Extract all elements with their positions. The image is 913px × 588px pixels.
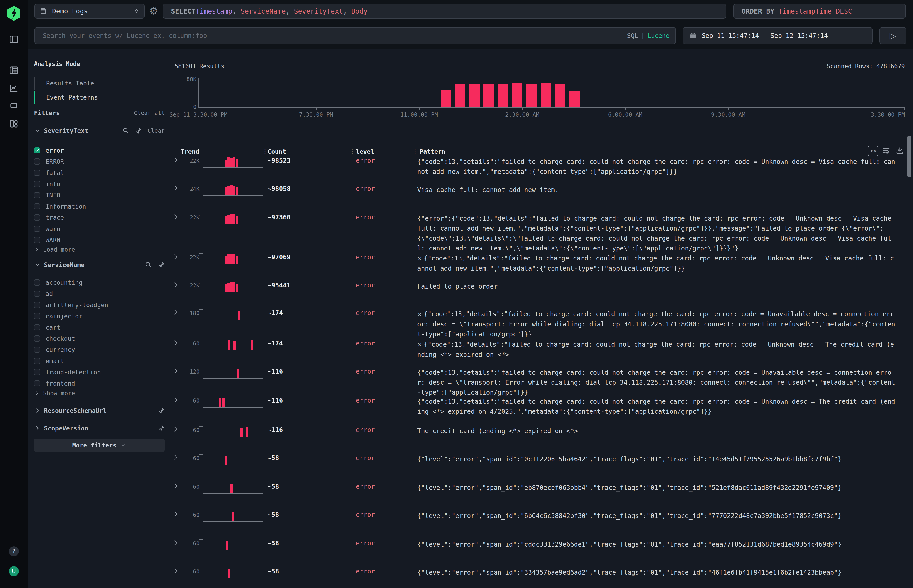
results-histogram[interactable]: 80K 0 Sep 11 3:30:00 PM7:30:00 PM11:00:0… — [169, 71, 913, 121]
checkbox[interactable] — [34, 181, 40, 187]
user-avatar[interactable]: U — [9, 566, 19, 576]
filter-option-row[interactable]: WARN — [34, 234, 161, 246]
column-drag-handle-icon[interactable]: ⋮ — [349, 147, 355, 155]
source-settings-button[interactable]: ⚙ — [147, 3, 160, 19]
histogram-bar[interactable] — [569, 91, 580, 107]
severity-clear-link[interactable]: Clear — [147, 128, 165, 134]
pin-icon[interactable] — [158, 407, 165, 414]
order-by-editor[interactable]: ORDER BY TimestampTime DESC — [733, 3, 906, 19]
severity-search-icon[interactable] — [122, 127, 129, 134]
checkbox[interactable] — [34, 158, 40, 165]
service-pin-icon[interactable] — [158, 262, 165, 268]
pin-icon[interactable] — [158, 425, 165, 431]
row-pattern[interactable]: Failed to place order — [417, 281, 896, 291]
table-scrollbar[interactable] — [907, 136, 911, 178]
checkbox[interactable] — [34, 325, 40, 331]
wrap-text-icon[interactable] — [881, 146, 891, 155]
row-pattern[interactable]: {"level":"error","span_id":"0c11220615ba… — [417, 454, 896, 464]
filter-option-row[interactable]: fraud-detection — [34, 367, 161, 378]
checkbox[interactable] — [34, 215, 40, 221]
sql-select-editor[interactable]: SELECT Timestamp, ServiceName, SeverityT… — [163, 3, 726, 19]
mode-lucene[interactable]: Lucene — [647, 32, 669, 39]
service-search-icon[interactable] — [145, 262, 152, 268]
checkbox[interactable] — [34, 226, 40, 232]
checkbox[interactable] — [34, 291, 40, 297]
checkbox[interactable] — [34, 358, 40, 364]
checkbox[interactable] — [34, 204, 40, 210]
chart-explorer-icon[interactable] — [9, 83, 19, 94]
resource-schema-group[interactable]: ResourceSchemaUrl — [34, 406, 165, 415]
histogram-bar[interactable] — [484, 84, 494, 107]
column-header-trend[interactable]: Trend — [181, 148, 199, 155]
row-pattern[interactable]: {"level":"error","span_id":"eb870ecef063… — [417, 483, 896, 493]
checkbox[interactable] — [34, 147, 40, 153]
mode-results-table[interactable]: Results Table — [34, 77, 161, 90]
time-range-picker[interactable]: Sep 11 15:47:14 - Sep 12 15:47:14 — [683, 27, 873, 44]
column-header-level[interactable]: level — [356, 148, 374, 155]
row-pattern[interactable]: Visa cache full: cannot add new item. — [417, 185, 896, 195]
mode-event-patterns[interactable]: Event Patterns — [34, 90, 161, 104]
row-pattern[interactable]: {"code":13,"details":"failed to charge c… — [417, 397, 896, 417]
filter-option-row[interactable]: frontend — [34, 378, 161, 389]
row-pattern[interactable]: × {"code":13,"details":"failed to charge… — [417, 254, 896, 274]
search-input[interactable] — [35, 32, 627, 39]
column-header-pattern[interactable]: Pattern — [419, 148, 445, 155]
filter-option-row[interactable]: info — [34, 178, 161, 189]
filter-option-row[interactable]: Information — [34, 201, 161, 212]
checkbox[interactable] — [34, 313, 40, 319]
row-pattern[interactable]: {"level":"error","span_id":"cddc331329e6… — [417, 540, 896, 549]
severity-group-header[interactable]: SeverityText Clear — [34, 127, 165, 134]
checkbox[interactable] — [34, 347, 40, 353]
checkbox[interactable] — [34, 336, 40, 342]
histogram-bar[interactable] — [440, 90, 451, 107]
sidebar-toggle-icon[interactable] — [9, 34, 19, 44]
scope-version-group[interactable]: ScopeVersion — [34, 424, 165, 433]
search-logs-icon[interactable] — [9, 65, 19, 75]
filter-option-row[interactable]: checkout — [34, 333, 161, 344]
row-pattern[interactable]: × {"code":13,"details":"failed to charge… — [417, 309, 896, 339]
row-pattern[interactable]: The credit card (ending <*> expired on <… — [417, 426, 896, 436]
histogram-bar[interactable] — [541, 83, 551, 107]
row-pattern[interactable]: {"level":"error","span_id":"334357bae9ed… — [417, 568, 896, 578]
histogram-bar[interactable] — [469, 84, 480, 107]
filter-option-row[interactable]: artillery-loadgen — [34, 299, 161, 310]
filter-option-row[interactable]: cart — [34, 322, 161, 333]
checkbox[interactable] — [34, 380, 40, 386]
service-group-header[interactable]: ServiceName — [34, 261, 165, 269]
run-query-button[interactable]: ▷ — [879, 27, 906, 44]
column-drag-handle-icon[interactable]: ⋮ — [262, 147, 268, 155]
view-code-icon[interactable]: <> — [868, 146, 878, 156]
checkbox[interactable] — [34, 302, 40, 308]
checkbox[interactable] — [34, 192, 40, 198]
download-icon[interactable] — [895, 146, 905, 155]
clear-all-link[interactable]: Clear all — [134, 110, 165, 116]
source-select[interactable]: Demo Logs — [34, 3, 145, 19]
filter-option-row[interactable]: accounting — [34, 277, 161, 288]
sessions-icon[interactable] — [9, 101, 19, 111]
row-pattern[interactable]: {"level":"error","span_id":"6b64c6c58842… — [417, 511, 896, 521]
filter-option-row[interactable]: INFO — [34, 190, 161, 201]
histogram-bar[interactable] — [526, 84, 537, 107]
app-logo-icon[interactable] — [6, 5, 22, 21]
histogram-bar[interactable] — [455, 84, 465, 107]
filter-option-row[interactable]: ad — [34, 288, 161, 299]
filter-option-row[interactable]: fatal — [34, 167, 161, 178]
row-pattern[interactable]: {"error":{"code":13,"details":"failed to… — [417, 213, 896, 254]
histogram-bar[interactable] — [555, 84, 565, 107]
filter-option-row[interactable]: warn — [34, 223, 161, 234]
column-drag-handle-icon[interactable]: ⋮ — [412, 147, 418, 155]
mode-sql[interactable]: SQL — [627, 32, 638, 39]
histogram-bar[interactable] — [512, 83, 523, 107]
more-filters-button[interactable]: More filters — [34, 439, 165, 452]
filter-option-row[interactable]: error — [34, 145, 161, 156]
dashboards-icon[interactable] — [9, 119, 19, 129]
filter-option-row[interactable]: trace — [34, 212, 161, 223]
checkbox[interactable] — [34, 369, 40, 375]
row-pattern[interactable]: × {"code":13,"details":"failed to charge… — [417, 339, 896, 360]
histogram-bar[interactable] — [498, 84, 508, 107]
severity-pin-icon[interactable] — [135, 127, 142, 134]
row-pattern[interactable]: {"code":13,"details":"failed to charge c… — [417, 368, 896, 397]
severity-load-more[interactable]: Load more — [34, 245, 75, 254]
checkbox[interactable] — [34, 170, 40, 176]
filter-option-row[interactable]: cainjector — [34, 310, 161, 321]
